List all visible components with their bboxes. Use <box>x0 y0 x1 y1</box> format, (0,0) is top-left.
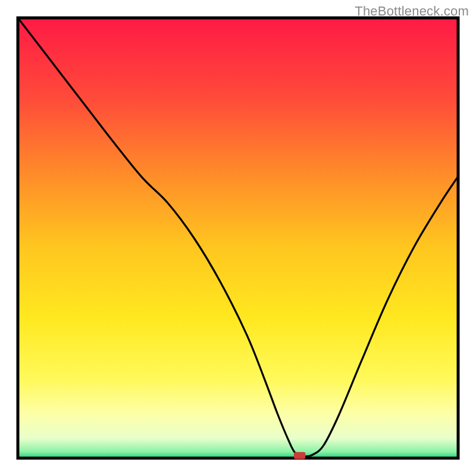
optimum-marker <box>294 452 305 459</box>
chart-container: TheBottleneck.com <box>0 0 476 476</box>
watermark-text: TheBottleneck.com <box>355 4 469 19</box>
chart-svg <box>0 0 476 476</box>
gradient-background <box>18 18 458 458</box>
